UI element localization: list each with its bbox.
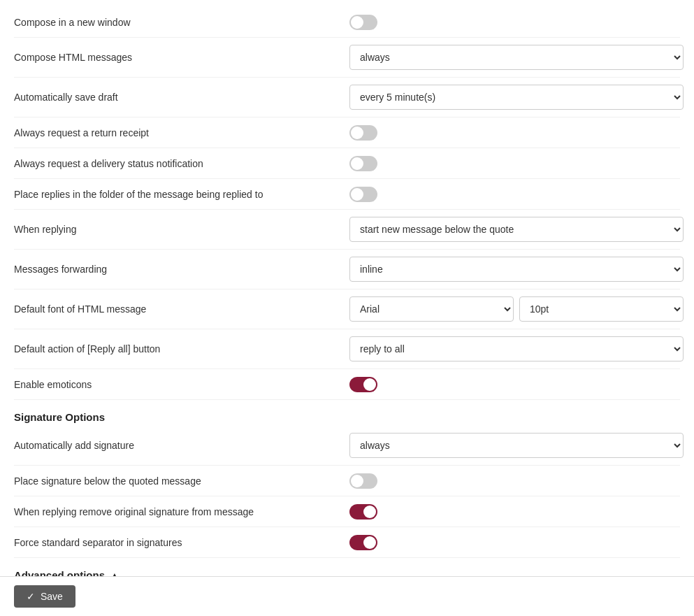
signature-options-heading: Signature Options xyxy=(14,400,680,426)
force-standard-separator-toggle[interactable] xyxy=(349,535,377,550)
compose-new-window-row: Compose in a new window xyxy=(14,7,680,38)
default-font-label: Default font of HTML message xyxy=(14,303,349,315)
delivery-status-row: Always request a delivery status notific… xyxy=(14,148,680,179)
compose-new-window-toggle[interactable] xyxy=(349,15,377,30)
reply-all-button-label: Default action of [Reply all] button xyxy=(14,343,349,354)
default-font-group: Arial Times New Roman Courier New Verdan… xyxy=(349,296,684,322)
font-family-select[interactable]: Arial Times New Roman Courier New Verdan… xyxy=(349,296,514,322)
replies-folder-label: Place replies in the folder of the messa… xyxy=(14,189,349,200)
replies-folder-row: Place replies in the folder of the messa… xyxy=(14,179,680,210)
auto-add-signature-control: always never new message only reply/forw… xyxy=(349,433,685,458)
messages-forwarding-select[interactable]: inline as attachment xyxy=(349,257,684,282)
save-button-label: Save xyxy=(41,591,63,602)
return-receipt-label: Always request a return receipt xyxy=(14,127,349,138)
replies-folder-slider xyxy=(349,187,377,202)
reply-all-button-select[interactable]: reply to all reply to list reply to send… xyxy=(349,336,684,361)
return-receipt-row: Always request a return receipt xyxy=(14,117,680,148)
enable-emoticons-label: Enable emoticons xyxy=(14,379,349,390)
reply-all-button-row: Default action of [Reply all] button rep… xyxy=(14,329,680,369)
force-standard-separator-slider xyxy=(349,535,377,550)
reply-all-button-control: reply to all reply to list reply to send… xyxy=(349,336,685,361)
compose-html-label: Compose HTML messages xyxy=(14,52,349,63)
font-size-select[interactable]: 8pt 9pt 10pt 11pt 12pt 14pt xyxy=(519,296,684,322)
compose-new-window-label: Compose in a new window xyxy=(14,17,349,28)
signature-below-quote-row: Place signature below the quoted message xyxy=(14,466,680,496)
remove-original-signature-control xyxy=(349,504,685,520)
auto-save-draft-label: Automatically save draft xyxy=(14,92,349,103)
enable-emoticons-slider xyxy=(349,377,377,392)
auto-add-signature-label: Automatically add signature xyxy=(14,440,349,451)
signature-below-quote-toggle[interactable] xyxy=(349,473,377,489)
when-replying-label: When replying xyxy=(14,224,349,235)
auto-save-draft-select[interactable]: every 1 minute(s) every 5 minute(s) ever… xyxy=(349,85,684,110)
signature-below-quote-control xyxy=(349,473,685,489)
when-replying-row: When replying start new message below th… xyxy=(14,210,680,250)
save-button-container: ✓ Save xyxy=(0,576,694,616)
force-standard-separator-label: Force standard separator in signatures xyxy=(14,537,349,548)
force-standard-separator-control xyxy=(349,535,685,550)
return-receipt-slider xyxy=(349,125,377,141)
return-receipt-toggle[interactable] xyxy=(349,125,377,141)
replies-folder-toggle[interactable] xyxy=(349,187,377,202)
force-standard-separator-row: Force standard separator in signatures xyxy=(14,527,680,558)
default-font-control: Arial Times New Roman Courier New Verdan… xyxy=(349,296,685,322)
check-icon: ✓ xyxy=(27,591,35,602)
auto-add-signature-row: Automatically add signature always never… xyxy=(14,426,680,466)
auto-save-draft-row: Automatically save draft every 1 minute(… xyxy=(14,78,680,117)
save-button[interactable]: ✓ Save xyxy=(14,585,75,608)
enable-emoticons-control xyxy=(349,377,685,392)
auto-add-signature-select[interactable]: always never new message only reply/forw… xyxy=(349,433,684,458)
remove-original-signature-label: When replying remove original signature … xyxy=(14,506,349,517)
enable-emoticons-row: Enable emoticons xyxy=(14,369,680,400)
signature-below-quote-slider xyxy=(349,473,377,489)
messages-forwarding-row: Messages forwarding inline as attachment xyxy=(14,250,680,289)
auto-save-draft-control: every 1 minute(s) every 5 minute(s) ever… xyxy=(349,85,685,110)
return-receipt-control xyxy=(349,125,685,141)
delivery-status-toggle[interactable] xyxy=(349,156,377,171)
messages-forwarding-control: inline as attachment xyxy=(349,257,685,282)
signature-below-quote-label: Place signature below the quoted message xyxy=(14,475,349,487)
when-replying-control: start new message below the quote start … xyxy=(349,217,685,242)
remove-original-signature-row: When replying remove original signature … xyxy=(14,496,680,527)
messages-forwarding-label: Messages forwarding xyxy=(14,264,349,275)
replies-folder-control xyxy=(349,187,685,202)
delivery-status-control xyxy=(349,156,685,171)
remove-original-signature-slider xyxy=(349,504,377,520)
delivery-status-label: Always request a delivery status notific… xyxy=(14,158,349,169)
delivery-status-slider xyxy=(349,156,377,171)
compose-new-window-control xyxy=(349,15,685,30)
compose-html-select[interactable]: always never ask me xyxy=(349,45,684,70)
remove-original-signature-toggle[interactable] xyxy=(349,504,377,520)
when-replying-select[interactable]: start new message below the quote start … xyxy=(349,217,684,242)
compose-html-row: Compose HTML messages always never ask m… xyxy=(14,38,680,78)
compose-html-control: always never ask me xyxy=(349,45,685,70)
enable-emoticons-toggle[interactable] xyxy=(349,377,377,392)
compose-new-window-slider xyxy=(349,15,377,30)
default-font-row: Default font of HTML message Arial Times… xyxy=(14,289,680,329)
